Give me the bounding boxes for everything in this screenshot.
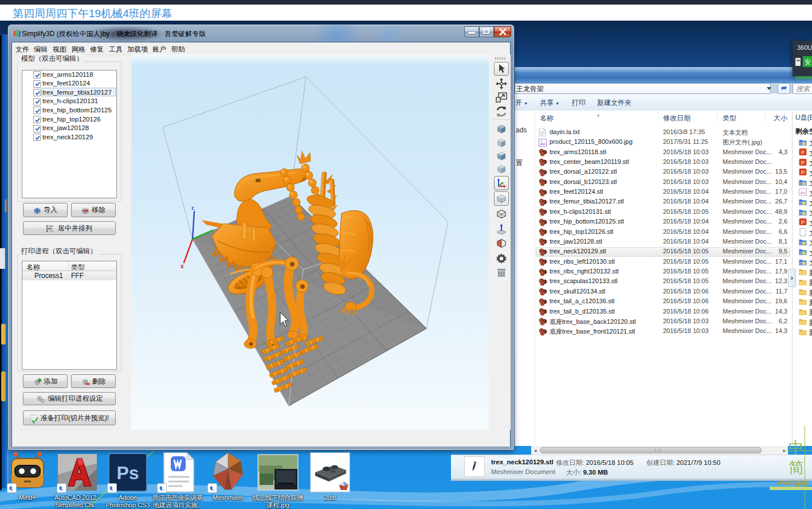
svg-text:x: x bbox=[181, 263, 184, 269]
svg-text:P: P bbox=[801, 220, 805, 225]
svg-text:P: P bbox=[801, 150, 805, 155]
svg-text:P: P bbox=[801, 160, 805, 166]
svg-text:Ps: Ps bbox=[116, 463, 139, 483]
svg-text:P: P bbox=[801, 170, 805, 175]
svg-text:z: z bbox=[191, 205, 194, 211]
